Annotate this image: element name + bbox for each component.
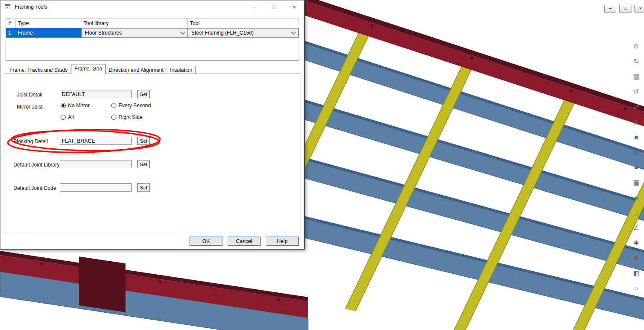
- grid-cell-tool-library: Floor Structures: [81, 28, 188, 38]
- rotate-icon[interactable]: ↻: [631, 57, 641, 66]
- window-minimize-button[interactable]: −: [604, 5, 616, 13]
- pin-icon[interactable]: ⊙: [631, 42, 641, 51]
- framing-tools-dialog: Framing Tools − □ × ^ # Type Tool librar…: [0, 0, 305, 250]
- default-joint-code-input[interactable]: [60, 183, 132, 192]
- blocking-detail-sel-button[interactable]: Sel: [137, 137, 150, 145]
- window-restore-button[interactable]: □: [619, 5, 631, 13]
- sort-indicator-icon: ^: [7, 18, 9, 22]
- delete-icon[interactable]: ✗: [631, 253, 641, 263]
- chevron-down-icon: [291, 29, 296, 34]
- half-square-icon[interactable]: ◧: [631, 269, 641, 278]
- tab-frame-gen[interactable]: Frame: Gen: [71, 64, 106, 74]
- default-joint-library-input[interactable]: [60, 160, 132, 168]
- joist-detail-sel-button[interactable]: Sel: [137, 90, 150, 98]
- swap-icon[interactable]: ⇄: [631, 102, 641, 112]
- radio-every-second[interactable]: Every Second: [111, 103, 151, 109]
- window-close-button[interactable]: ×: [634, 5, 644, 13]
- radio-right-side[interactable]: Right Side: [111, 114, 142, 120]
- dialog-title: Framing Tools: [15, 4, 47, 10]
- page-icon[interactable]: ▤: [631, 72, 641, 81]
- doc-icon[interactable]: ▯: [631, 208, 641, 218]
- dialog-close-button[interactable]: ×: [284, 0, 304, 13]
- column-header-type[interactable]: Type: [16, 19, 81, 28]
- blocking-detail-input[interactable]: [60, 137, 132, 145]
- column-header-num[interactable]: ^ #: [6, 19, 16, 28]
- near-rim-joist: [0, 251, 308, 330]
- help-button[interactable]: Help: [266, 237, 299, 246]
- radio-icon: [61, 115, 66, 120]
- floor-joists: [301, 40, 644, 321]
- joist-detail-label: Joist Detail: [17, 92, 42, 98]
- radio-all[interactable]: All: [61, 114, 74, 120]
- grid-cell-tool: Steel Framing (FLR_C150): [188, 28, 299, 38]
- radio-icon: [111, 103, 116, 108]
- diamond-icon[interactable]: ◈: [631, 193, 641, 202]
- grid-cell-num[interactable]: 1: [6, 28, 16, 38]
- grid-header: ^ # Type Tool library Tool: [6, 19, 299, 28]
- default-joint-code-sel-button[interactable]: Sel: [137, 183, 150, 192]
- default-joint-library-sel-button[interactable]: Sel: [137, 160, 150, 168]
- default-joint-library-label: Default Joint Library: [13, 162, 60, 168]
- mirror-joist-label: Mirror Joist: [17, 104, 42, 110]
- green-square-icon[interactable]: ■: [631, 132, 641, 142]
- angle-icon[interactable]: ∠: [631, 223, 641, 233]
- drawing-window-controls: − □ ×: [604, 5, 644, 13]
- circle-icon[interactable]: ○: [631, 284, 641, 293]
- tab-direction-and-alignment[interactable]: Direction and Alignment: [106, 66, 167, 74]
- grid-cell-type[interactable]: Frame: [16, 28, 81, 38]
- dialog-titlebar[interactable]: Framing Tools − □ ×: [0, 0, 304, 13]
- cancel-button[interactable]: Cancel: [228, 237, 261, 246]
- tab-panel-frame-gen: [4, 74, 300, 233]
- default-joint-code-label: Default Joint Code: [13, 185, 56, 191]
- copy-icon[interactable]: ▣: [631, 178, 641, 187]
- rim-end-face: [79, 256, 126, 312]
- radio-no-mirror[interactable]: No Mirror: [61, 103, 90, 109]
- joist-detail-input[interactable]: [60, 90, 132, 98]
- triangle-icon[interactable]: △: [631, 117, 641, 127]
- framing-tools-icon: [4, 3, 11, 10]
- tab-strip: Frame: Tracks and Studs Frame: Gen Direc…: [6, 65, 196, 74]
- blocking-detail-label: Blocking Detail: [13, 138, 48, 144]
- tab-insulation[interactable]: Insulation: [167, 66, 196, 74]
- tool-library-dropdown[interactable]: Floor Structures: [81, 28, 188, 38]
- layers-icon[interactable]: ≡: [631, 163, 641, 172]
- grid-icon[interactable]: ▦: [631, 147, 641, 157]
- asterisk-icon[interactable]: ✱: [631, 238, 641, 248]
- table-row[interactable]: 1 Frame Floor Structures Steel Framing (…: [6, 28, 299, 38]
- tab-frame-tracks-and-studs[interactable]: Frame: Tracks and Studs: [6, 66, 71, 74]
- radio-selected-icon: [61, 103, 66, 108]
- dialog-maximize-button[interactable]: □: [264, 0, 284, 13]
- column-header-tool[interactable]: Tool: [188, 19, 299, 28]
- right-toolbar: ⊙↻▤↺⇄△■▦≡▣◈▯∠✱✗◧○: [630, 42, 643, 293]
- radio-icon: [111, 115, 116, 120]
- column-header-tool-library[interactable]: Tool library: [81, 19, 188, 28]
- tool-dropdown[interactable]: Steel Framing (FLR_C150): [188, 28, 299, 38]
- chevron-down-icon: [180, 29, 185, 34]
- ok-button[interactable]: OK: [190, 237, 222, 246]
- refresh-icon[interactable]: ↺: [631, 87, 641, 96]
- dialog-minimize-button[interactable]: −: [245, 0, 264, 13]
- tool-grid: ^ # Type Tool library Tool 1 Frame Floor…: [6, 19, 299, 61]
